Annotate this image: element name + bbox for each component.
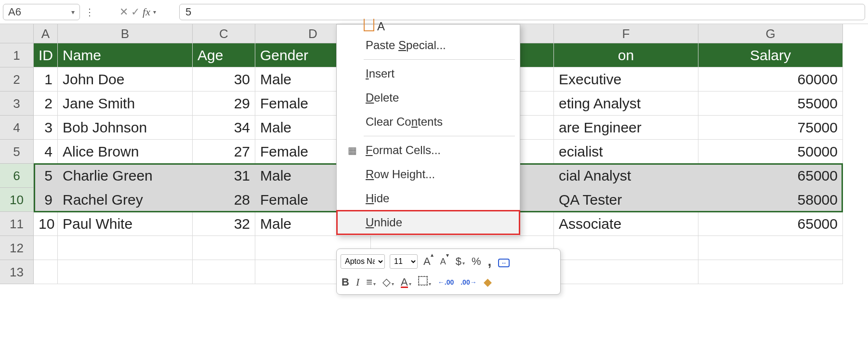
cell[interactable]: Jane Smith [58, 92, 193, 116]
enter-icon[interactable]: ✓ [131, 6, 140, 18]
cell[interactable] [698, 236, 843, 260]
cell[interactable]: Charlie Green [58, 164, 193, 188]
cell[interactable]: Bob Johnson [58, 116, 193, 140]
column-header-B[interactable]: B [58, 24, 193, 43]
font-name-select[interactable]: Aptos Na [341, 254, 385, 269]
row-header-1[interactable]: 1 [0, 43, 34, 67]
cell[interactable] [554, 260, 698, 284]
cell[interactable]: 3 [34, 116, 58, 140]
cell[interactable]: 2 [34, 92, 58, 116]
cell[interactable] [193, 236, 255, 260]
cell[interactable]: 31 [193, 164, 255, 188]
cell[interactable] [554, 236, 698, 260]
more-icon[interactable]: ⋮ [83, 6, 96, 18]
column-header-C[interactable]: C [193, 24, 255, 43]
bold-button[interactable]: B [341, 276, 350, 288]
chevron-down-icon[interactable]: ▾ [153, 9, 156, 15]
name-box[interactable]: A6 ▾ [3, 4, 80, 20]
cell[interactable]: Salary [698, 43, 843, 67]
cell[interactable] [34, 260, 58, 284]
context-menu-clear-contents[interactable]: Clear Contents [337, 110, 520, 134]
cell[interactable]: 32 [193, 212, 255, 236]
cell[interactable]: John Doe [58, 67, 193, 92]
cell[interactable] [58, 260, 193, 284]
context-menu-label: Hide [366, 192, 389, 205]
cell[interactable]: QA Tester [554, 188, 698, 212]
fx-icon[interactable]: fx [143, 6, 150, 18]
cell[interactable]: Paul White [58, 212, 193, 236]
font-color-button[interactable]: A▾ [400, 276, 412, 288]
context-menu-hide[interactable]: Hide [337, 186, 520, 210]
row-header-5[interactable]: 5 [0, 140, 34, 164]
increase-font-button[interactable]: A▴ [422, 255, 434, 268]
autofit-icon[interactable]: ↔ [497, 255, 511, 268]
cell[interactable]: 5 [34, 164, 58, 188]
row-header-10[interactable]: 10 [0, 188, 34, 212]
row-header-11[interactable]: 11 [0, 212, 34, 236]
cell[interactable]: Rachel Grey [58, 188, 193, 212]
format-painter-button[interactable]: ◆ [483, 276, 493, 288]
cell[interactable]: 75000 [698, 116, 843, 140]
column-header-G[interactable]: G [698, 24, 843, 43]
cell[interactable]: eting Analyst [554, 92, 698, 116]
cell[interactable]: Executive [554, 67, 698, 92]
cell[interactable]: ecialist [554, 140, 698, 164]
row-header-6[interactable]: 6 [0, 164, 34, 188]
row-header-12[interactable]: 12 [0, 236, 34, 260]
cell[interactable]: 1 [34, 67, 58, 92]
cell[interactable]: 27 [193, 140, 255, 164]
currency-button[interactable]: $▾ [455, 255, 466, 268]
align-button[interactable]: ≡▾ [365, 276, 377, 288]
cell[interactable]: 65000 [698, 164, 843, 188]
italic-button[interactable]: I [355, 276, 360, 288]
fill-color-button[interactable]: ◇▾ [381, 276, 395, 288]
cell[interactable]: are Engineer [554, 116, 698, 140]
context-menu-row-height[interactable]: Row Height... [337, 162, 520, 186]
cell[interactable]: Alice Brown [58, 140, 193, 164]
borders-button[interactable]: ▾ [417, 276, 432, 288]
cell[interactable]: 58000 [698, 188, 843, 212]
decrease-font-button[interactable]: A▾ [439, 256, 450, 267]
percent-button[interactable]: % [471, 255, 482, 268]
formula-input[interactable]: 5 [179, 4, 865, 20]
cell[interactable]: 65000 [698, 212, 843, 236]
row-header-13[interactable]: 13 [0, 260, 34, 284]
column-header-F[interactable]: F [554, 24, 698, 43]
font-size-select[interactable]: 11 [390, 254, 418, 269]
cell[interactable]: 34 [193, 116, 255, 140]
cell[interactable]: 55000 [698, 92, 843, 116]
row-header-3[interactable]: 3 [0, 92, 34, 116]
cell[interactable] [34, 236, 58, 260]
cell[interactable]: 60000 [698, 67, 843, 92]
cell[interactable]: Associate [554, 212, 698, 236]
format-cells-icon: ▦ [345, 144, 359, 156]
cell[interactable]: 10 [34, 212, 58, 236]
increase-decimal-button[interactable]: .00→ [460, 278, 477, 286]
context-menu-insert[interactable]: Insert [337, 62, 520, 86]
context-menu-paste-special[interactable]: Paste Special... [337, 33, 520, 57]
cell[interactable]: Age [193, 43, 255, 67]
cell[interactable]: on [554, 43, 698, 67]
cell[interactable]: 50000 [698, 140, 843, 164]
select-all-corner[interactable] [0, 24, 34, 43]
cell[interactable]: 28 [193, 188, 255, 212]
comma-button[interactable]: , [487, 254, 493, 269]
row-header-2[interactable]: 2 [0, 67, 34, 92]
cell[interactable]: Name [58, 43, 193, 67]
row-header-4[interactable]: 4 [0, 116, 34, 140]
cell[interactable] [698, 260, 843, 284]
cell[interactable]: ID [34, 43, 58, 67]
cell[interactable] [58, 236, 193, 260]
decrease-decimal-button[interactable]: ←.00 [437, 278, 455, 286]
cell[interactable] [193, 260, 255, 284]
cell[interactable]: 29 [193, 92, 255, 116]
cell[interactable]: 9 [34, 188, 58, 212]
cell[interactable]: 4 [34, 140, 58, 164]
context-menu-delete[interactable]: Delete [337, 86, 520, 110]
column-header-A[interactable]: A [34, 24, 58, 43]
context-menu-unhide[interactable]: Unhide [337, 210, 520, 235]
cell[interactable]: cial Analyst [554, 164, 698, 188]
cancel-icon[interactable]: ✕ [119, 6, 128, 18]
context-menu-format-cells[interactable]: ▦Format Cells... [337, 138, 520, 162]
cell[interactable]: 30 [193, 67, 255, 92]
